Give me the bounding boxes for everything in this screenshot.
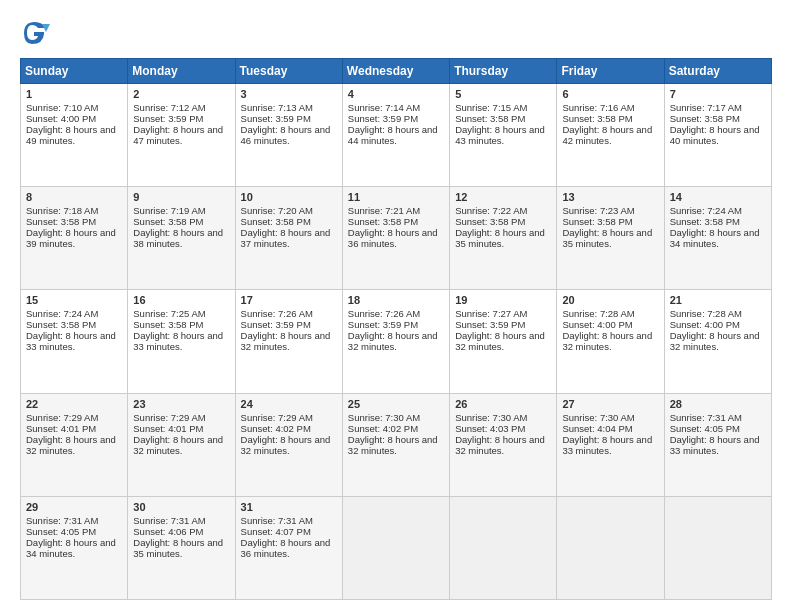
sunrise-text: Sunrise: 7:25 AM	[133, 308, 205, 319]
sunset-text: Sunset: 3:58 PM	[26, 216, 96, 227]
calendar-week-1: 1Sunrise: 7:10 AMSunset: 4:00 PMDaylight…	[21, 84, 772, 187]
sunset-text: Sunset: 4:05 PM	[670, 423, 740, 434]
day-number: 7	[670, 88, 766, 100]
calendar-cell: 19Sunrise: 7:27 AMSunset: 3:59 PMDayligh…	[450, 290, 557, 393]
daylight-text: Daylight: 8 hours and 32 minutes.	[26, 434, 116, 456]
sunset-text: Sunset: 4:00 PM	[26, 113, 96, 124]
sunset-text: Sunset: 4:00 PM	[562, 319, 632, 330]
sunset-text: Sunset: 4:02 PM	[241, 423, 311, 434]
sunset-text: Sunset: 3:59 PM	[241, 113, 311, 124]
calendar-cell: 4Sunrise: 7:14 AMSunset: 3:59 PMDaylight…	[342, 84, 449, 187]
calendar-cell: 9Sunrise: 7:19 AMSunset: 3:58 PMDaylight…	[128, 187, 235, 290]
day-number: 4	[348, 88, 444, 100]
daylight-text: Daylight: 8 hours and 34 minutes.	[26, 537, 116, 559]
calendar-cell: 31Sunrise: 7:31 AMSunset: 4:07 PMDayligh…	[235, 496, 342, 599]
page: SundayMondayTuesdayWednesdayThursdayFrid…	[0, 0, 792, 612]
calendar-cell: 5Sunrise: 7:15 AMSunset: 3:58 PMDaylight…	[450, 84, 557, 187]
weekday-header-monday: Monday	[128, 59, 235, 84]
daylight-text: Daylight: 8 hours and 32 minutes.	[670, 330, 760, 352]
day-number: 21	[670, 294, 766, 306]
calendar-cell: 21Sunrise: 7:28 AMSunset: 4:00 PMDayligh…	[664, 290, 771, 393]
day-number: 3	[241, 88, 337, 100]
calendar-cell: 26Sunrise: 7:30 AMSunset: 4:03 PMDayligh…	[450, 393, 557, 496]
sunset-text: Sunset: 4:03 PM	[455, 423, 525, 434]
sunset-text: Sunset: 3:58 PM	[562, 113, 632, 124]
day-number: 6	[562, 88, 658, 100]
sunset-text: Sunset: 3:59 PM	[348, 113, 418, 124]
day-number: 1	[26, 88, 122, 100]
sunrise-text: Sunrise: 7:24 AM	[26, 308, 98, 319]
day-number: 9	[133, 191, 229, 203]
sunrise-text: Sunrise: 7:30 AM	[455, 412, 527, 423]
daylight-text: Daylight: 8 hours and 37 minutes.	[241, 227, 331, 249]
sunrise-text: Sunrise: 7:18 AM	[26, 205, 98, 216]
calendar-cell: 25Sunrise: 7:30 AMSunset: 4:02 PMDayligh…	[342, 393, 449, 496]
daylight-text: Daylight: 8 hours and 35 minutes.	[133, 537, 223, 559]
day-number: 8	[26, 191, 122, 203]
sunset-text: Sunset: 4:01 PM	[133, 423, 203, 434]
sunrise-text: Sunrise: 7:24 AM	[670, 205, 742, 216]
calendar-cell: 14Sunrise: 7:24 AMSunset: 3:58 PMDayligh…	[664, 187, 771, 290]
calendar-cell	[342, 496, 449, 599]
day-number: 17	[241, 294, 337, 306]
calendar-cell: 23Sunrise: 7:29 AMSunset: 4:01 PMDayligh…	[128, 393, 235, 496]
day-number: 10	[241, 191, 337, 203]
calendar-cell: 12Sunrise: 7:22 AMSunset: 3:58 PMDayligh…	[450, 187, 557, 290]
sunrise-text: Sunrise: 7:20 AM	[241, 205, 313, 216]
day-number: 14	[670, 191, 766, 203]
weekday-header-friday: Friday	[557, 59, 664, 84]
calendar-cell: 29Sunrise: 7:31 AMSunset: 4:05 PMDayligh…	[21, 496, 128, 599]
daylight-text: Daylight: 8 hours and 38 minutes.	[133, 227, 223, 249]
calendar-cell	[450, 496, 557, 599]
calendar-cell: 17Sunrise: 7:26 AMSunset: 3:59 PMDayligh…	[235, 290, 342, 393]
sunrise-text: Sunrise: 7:27 AM	[455, 308, 527, 319]
sunrise-text: Sunrise: 7:31 AM	[241, 515, 313, 526]
calendar-cell	[557, 496, 664, 599]
sunset-text: Sunset: 4:01 PM	[26, 423, 96, 434]
calendar-week-5: 29Sunrise: 7:31 AMSunset: 4:05 PMDayligh…	[21, 496, 772, 599]
daylight-text: Daylight: 8 hours and 36 minutes.	[348, 227, 438, 249]
daylight-text: Daylight: 8 hours and 34 minutes.	[670, 227, 760, 249]
calendar-cell: 3Sunrise: 7:13 AMSunset: 3:59 PMDaylight…	[235, 84, 342, 187]
sunset-text: Sunset: 4:00 PM	[670, 319, 740, 330]
day-number: 22	[26, 398, 122, 410]
calendar-table: SundayMondayTuesdayWednesdayThursdayFrid…	[20, 58, 772, 600]
sunrise-text: Sunrise: 7:12 AM	[133, 102, 205, 113]
calendar-cell: 18Sunrise: 7:26 AMSunset: 3:59 PMDayligh…	[342, 290, 449, 393]
sunset-text: Sunset: 4:05 PM	[26, 526, 96, 537]
day-number: 5	[455, 88, 551, 100]
calendar-body: 1Sunrise: 7:10 AMSunset: 4:00 PMDaylight…	[21, 84, 772, 600]
calendar-cell: 20Sunrise: 7:28 AMSunset: 4:00 PMDayligh…	[557, 290, 664, 393]
daylight-text: Daylight: 8 hours and 32 minutes.	[562, 330, 652, 352]
day-number: 16	[133, 294, 229, 306]
daylight-text: Daylight: 8 hours and 42 minutes.	[562, 124, 652, 146]
day-number: 2	[133, 88, 229, 100]
daylight-text: Daylight: 8 hours and 47 minutes.	[133, 124, 223, 146]
calendar-cell: 15Sunrise: 7:24 AMSunset: 3:58 PMDayligh…	[21, 290, 128, 393]
header	[20, 18, 772, 48]
sunset-text: Sunset: 3:58 PM	[455, 216, 525, 227]
day-number: 24	[241, 398, 337, 410]
calendar-week-4: 22Sunrise: 7:29 AMSunset: 4:01 PMDayligh…	[21, 393, 772, 496]
sunrise-text: Sunrise: 7:31 AM	[670, 412, 742, 423]
daylight-text: Daylight: 8 hours and 33 minutes.	[562, 434, 652, 456]
sunset-text: Sunset: 3:58 PM	[133, 216, 203, 227]
calendar-cell	[664, 496, 771, 599]
sunrise-text: Sunrise: 7:10 AM	[26, 102, 98, 113]
calendar-cell: 27Sunrise: 7:30 AMSunset: 4:04 PMDayligh…	[557, 393, 664, 496]
calendar-cell: 16Sunrise: 7:25 AMSunset: 3:58 PMDayligh…	[128, 290, 235, 393]
calendar-cell: 22Sunrise: 7:29 AMSunset: 4:01 PMDayligh…	[21, 393, 128, 496]
sunset-text: Sunset: 3:58 PM	[562, 216, 632, 227]
day-number: 20	[562, 294, 658, 306]
sunrise-text: Sunrise: 7:28 AM	[670, 308, 742, 319]
calendar-cell: 24Sunrise: 7:29 AMSunset: 4:02 PMDayligh…	[235, 393, 342, 496]
daylight-text: Daylight: 8 hours and 46 minutes.	[241, 124, 331, 146]
daylight-text: Daylight: 8 hours and 33 minutes.	[670, 434, 760, 456]
weekday-header-sunday: Sunday	[21, 59, 128, 84]
daylight-text: Daylight: 8 hours and 32 minutes.	[455, 330, 545, 352]
day-number: 25	[348, 398, 444, 410]
sunrise-text: Sunrise: 7:26 AM	[241, 308, 313, 319]
sunset-text: Sunset: 4:07 PM	[241, 526, 311, 537]
sunrise-text: Sunrise: 7:19 AM	[133, 205, 205, 216]
weekday-header-tuesday: Tuesday	[235, 59, 342, 84]
